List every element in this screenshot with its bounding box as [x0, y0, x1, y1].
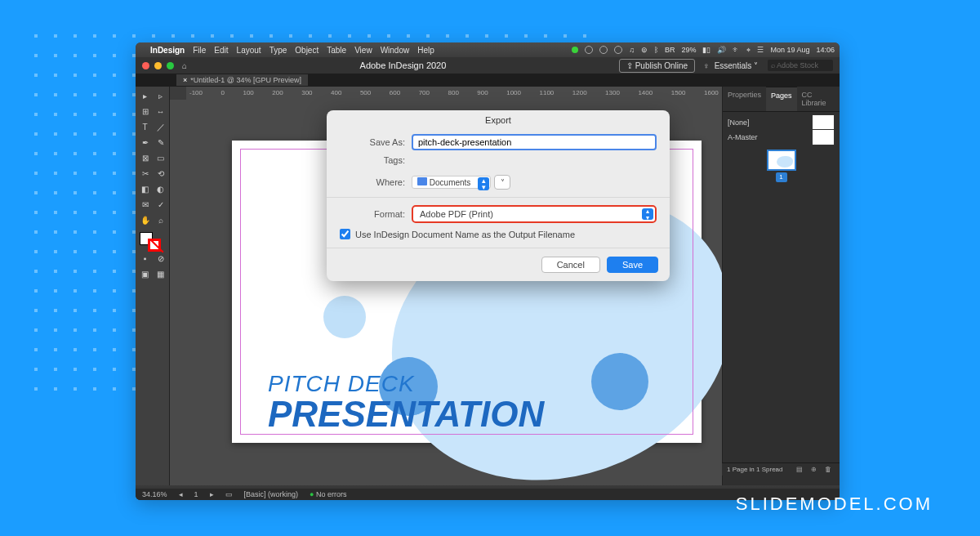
- maximize-icon[interactable]: [167, 62, 174, 69]
- format-dropdown[interactable]: Adobe PDF (Print) ▴▾: [412, 205, 657, 223]
- mac-menubar: InDesign File Edit Layout Type Object Ta…: [136, 42, 840, 57]
- eyedropper-tool-icon[interactable]: ✓: [154, 198, 167, 212]
- apply-color-icon[interactable]: ▪: [138, 252, 152, 266]
- page-number-badge: 1: [776, 172, 787, 182]
- tray-icon-2[interactable]: [599, 46, 608, 54]
- page-tool-icon[interactable]: ⊞: [138, 105, 152, 118]
- menu-view[interactable]: View: [354, 46, 372, 55]
- menu-edit[interactable]: Edit: [214, 46, 228, 55]
- workspace-picker[interactable]: Essentials ˅: [715, 61, 758, 70]
- close-icon[interactable]: [142, 62, 149, 69]
- menu-table[interactable]: Table: [327, 46, 346, 55]
- menu-object[interactable]: Object: [295, 46, 318, 55]
- menu-window[interactable]: Window: [381, 46, 410, 55]
- date-label: Mon 19 Aug: [770, 46, 809, 54]
- master-a-row[interactable]: A-Master: [728, 130, 835, 145]
- tags-label: Tags:: [340, 155, 405, 165]
- ruler-vertical: [170, 100, 186, 489]
- fill-stroke-swatch[interactable]: [138, 230, 167, 250]
- app-titlebar: ⌂ Adobe InDesign 2020 ⇪ Publish Online ♀…: [136, 57, 840, 74]
- free-transform-tool-icon[interactable]: ⟲: [154, 167, 167, 181]
- dialog-title: Export: [327, 110, 670, 132]
- expand-dialog-button[interactable]: ˅: [494, 175, 510, 190]
- filename-input[interactable]: [412, 134, 657, 150]
- zoom-tool-icon[interactable]: ⌕: [154, 213, 167, 227]
- stock-search-input[interactable]: ⌕ Adobe Stock: [768, 60, 833, 71]
- page-thumb-icon: [812, 114, 835, 131]
- rectangle-tool-icon[interactable]: ▭: [154, 151, 167, 165]
- open-panel-icon[interactable]: ▭: [225, 490, 233, 498]
- toolbox: ▸ ▹ ⊞ ↔ T ／ ✒ ✎ ⊠ ▭ ✂ ⟲ ◧ ◐ ✉ ✓ ✋ ⌕ ▪ ⊘ …: [136, 87, 170, 489]
- headphones-icon[interactable]: ♫: [629, 46, 635, 54]
- cancel-button[interactable]: Cancel: [541, 257, 600, 273]
- apply-none-icon[interactable]: ⊘: [154, 252, 167, 266]
- gradient-tool-icon[interactable]: ◧: [138, 182, 152, 196]
- control-center-icon[interactable]: ☰: [757, 46, 764, 54]
- status-dot-icon: [572, 47, 578, 53]
- tab-pages[interactable]: Pages: [766, 87, 797, 111]
- menu-help[interactable]: Help: [417, 46, 434, 55]
- selection-tool-icon[interactable]: ▸: [138, 89, 152, 103]
- document-tab[interactable]: × *Untitled-1 @ 34% [GPU Preview]: [176, 74, 308, 86]
- trash-icon[interactable]: 🗑: [825, 466, 835, 473]
- tab-properties[interactable]: Properties: [723, 87, 766, 111]
- new-page-icon[interactable]: ⊕: [811, 466, 820, 473]
- scissors-tool-icon[interactable]: ✂: [138, 167, 152, 181]
- lang-indicator[interactable]: BR: [665, 46, 675, 54]
- minimize-icon[interactable]: [154, 62, 162, 69]
- bluetooth-icon[interactable]: ᛒ: [654, 46, 658, 54]
- master-none-row[interactable]: [None]: [728, 115, 835, 130]
- preflight-status[interactable]: ● No errors: [310, 490, 346, 498]
- menu-layout[interactable]: Layout: [237, 46, 261, 55]
- pencil-tool-icon[interactable]: ✎: [154, 136, 167, 150]
- page-1-thumbnail[interactable]: [767, 150, 796, 171]
- use-doc-name-label: Use InDesign Document Name as the Output…: [355, 230, 575, 239]
- where-dropdown[interactable]: Documents ▴▾: [412, 176, 491, 189]
- battery-icon[interactable]: ▮▯: [702, 46, 710, 54]
- zoom-level[interactable]: 34.16%: [142, 490, 167, 498]
- lightbulb-icon[interactable]: ♀: [703, 61, 710, 70]
- page-nav-next-icon[interactable]: ▸: [210, 490, 214, 498]
- menu-app[interactable]: InDesign: [150, 46, 185, 55]
- chevron-down-icon: ˅: [501, 178, 505, 187]
- page-thumb-icon: [812, 129, 835, 145]
- save-button[interactable]: Save: [607, 257, 658, 273]
- gap-tool-icon[interactable]: ↔: [154, 105, 167, 118]
- tray-icon-3[interactable]: [614, 46, 622, 54]
- wifi-icon[interactable]: ⊚: [641, 46, 648, 54]
- publish-online-button[interactable]: ⇪ Publish Online: [619, 59, 695, 73]
- home-icon[interactable]: ⌂: [182, 61, 187, 70]
- tray-icon-1[interactable]: [585, 46, 593, 54]
- rectangle-frame-tool-icon[interactable]: ⊠: [138, 151, 152, 165]
- menu-type[interactable]: Type: [270, 46, 287, 55]
- page-nav-prev-icon[interactable]: ◂: [179, 490, 183, 498]
- type-tool-icon[interactable]: T: [138, 120, 152, 134]
- ruler-horizontal: -100010020030040050060070080090010001100…: [186, 87, 722, 100]
- wifi-icon-2[interactable]: ᯤ: [733, 46, 740, 54]
- page-nav-input[interactable]: 1: [194, 490, 198, 498]
- line-tool-icon[interactable]: ／: [154, 120, 167, 134]
- screen-mode-normal-icon[interactable]: ▣: [138, 267, 152, 281]
- tab-cc-libraries[interactable]: CC Librarie: [797, 87, 840, 111]
- chevron-updown-icon: ▴▾: [642, 208, 653, 220]
- hand-tool-icon[interactable]: ✋: [138, 213, 152, 227]
- note-tool-icon[interactable]: ✉: [138, 198, 152, 212]
- chevron-updown-icon: ▴▾: [478, 177, 489, 190]
- screen-mode-preview-icon[interactable]: ▦: [154, 267, 167, 281]
- direct-selection-tool-icon[interactable]: ▹: [154, 89, 167, 103]
- upload-icon: ⇪: [626, 61, 635, 70]
- app-title: Adobe InDesign 2020: [192, 60, 614, 70]
- spotlight-icon[interactable]: ⌖: [746, 46, 751, 55]
- menu-file[interactable]: File: [193, 46, 206, 55]
- export-dialog: Export Save As: Tags: Where: Documents ▴…: [327, 110, 670, 281]
- saveas-label: Save As:: [340, 137, 405, 147]
- panels-sidebar: Properties Pages CC Librarie [None] A-Ma…: [722, 87, 840, 489]
- panel-menu-icon[interactable]: ▤: [796, 466, 806, 473]
- pages-panel-footer: 1 Page in 1 Spread ▤ ⊕ 🗑: [722, 462, 840, 476]
- volume-icon[interactable]: 🔊: [717, 46, 726, 54]
- pen-tool-icon[interactable]: ✒: [138, 136, 152, 150]
- use-doc-name-checkbox[interactable]: [340, 229, 350, 239]
- folder-icon: [417, 177, 427, 185]
- gradient-feather-tool-icon[interactable]: ◐: [154, 182, 167, 196]
- format-label: Format:: [340, 209, 405, 219]
